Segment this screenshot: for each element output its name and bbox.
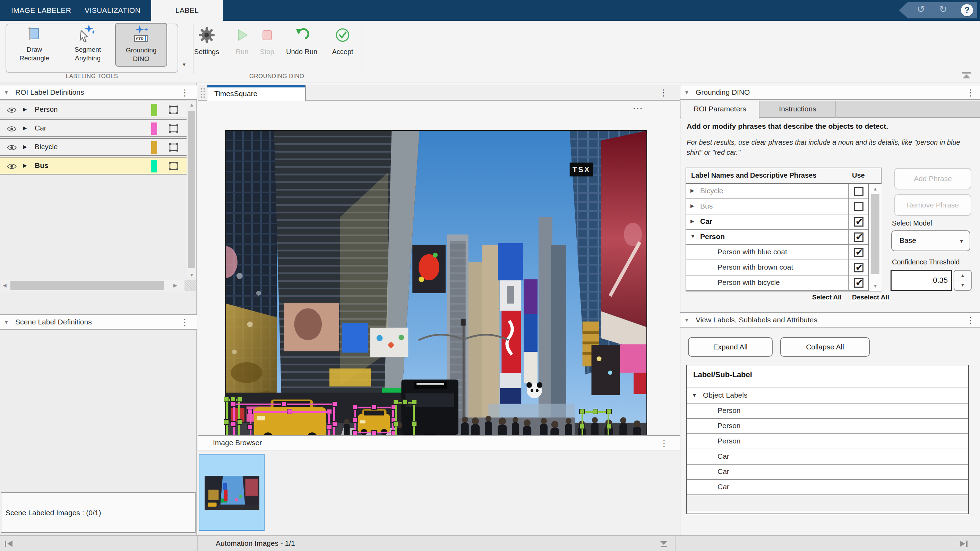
image-canvas[interactable]: ⋯ bbox=[198, 100, 680, 435]
scrollbar-thumb[interactable] bbox=[10, 281, 164, 290]
skip-first-icon[interactable] bbox=[4, 540, 13, 548]
label-row[interactable]: Person bbox=[687, 419, 968, 434]
undo-icon[interactable]: ↺ bbox=[917, 3, 925, 15]
timessquare-photo[interactable]: TSX bbox=[225, 130, 647, 447]
select-all-link[interactable]: Select All bbox=[812, 293, 842, 301]
tab-instructions[interactable]: Instructions bbox=[760, 100, 836, 118]
tab-roi-parameters[interactable]: ROI Parameters bbox=[681, 100, 759, 119]
collapse-all-button[interactable]: Collapse All bbox=[780, 337, 870, 357]
segment-anything-button[interactable]: Segment Anything bbox=[62, 23, 114, 67]
label-row[interactable]: Car bbox=[687, 480, 968, 495]
table-scrollbar[interactable]: ▲ ▼ bbox=[868, 184, 881, 291]
collapse-ribbon-icon[interactable] bbox=[961, 72, 972, 78]
vertical-scrollbar[interactable]: ▲ ▼ bbox=[187, 102, 196, 277]
scrollbar-thumb[interactable] bbox=[871, 194, 880, 274]
use-checkbox[interactable] bbox=[854, 263, 864, 272]
phrase-row-person-blue-coat[interactable]: Person with blue coat bbox=[686, 245, 881, 260]
phrase-row-bicycle[interactable]: ▶ Bicycle bbox=[686, 184, 881, 199]
kebab-menu-icon[interactable]: ⋮ bbox=[966, 315, 973, 326]
label-row[interactable]: Car bbox=[687, 465, 968, 480]
scroll-right-icon[interactable]: ▶ bbox=[173, 282, 177, 288]
car-bbox[interactable] bbox=[355, 407, 394, 433]
model-select[interactable]: Base ▼ bbox=[891, 230, 970, 251]
collapse-caret-icon[interactable]: ▾ bbox=[5, 318, 8, 326]
tab-image-labeler[interactable]: IMAGE LABELER bbox=[5, 0, 77, 21]
kebab-menu-icon[interactable]: ⋮ bbox=[966, 88, 973, 98]
roi-row-car[interactable]: ▶ Car bbox=[0, 119, 186, 137]
roi-rectangle-icon[interactable] bbox=[168, 160, 180, 174]
eye-icon[interactable] bbox=[7, 126, 17, 134]
kebab-menu-icon[interactable]: ⋮ bbox=[180, 317, 187, 328]
roi-row-bicycle[interactable]: ▶ Bicycle bbox=[0, 138, 186, 156]
color-swatch[interactable] bbox=[151, 123, 157, 135]
color-swatch[interactable] bbox=[151, 160, 157, 172]
kebab-menu-icon[interactable]: ⋮ bbox=[659, 88, 666, 98]
expand-icon[interactable]: ▶ bbox=[23, 125, 27, 131]
expand-icon[interactable]: ▶ bbox=[690, 188, 694, 193]
redo-icon[interactable]: ↻ bbox=[939, 3, 947, 15]
eye-icon[interactable] bbox=[7, 144, 17, 152]
undo-run-button[interactable]: Undo Run bbox=[282, 24, 322, 65]
use-checkbox[interactable] bbox=[854, 217, 864, 226]
spinner-down-icon[interactable]: ▼ bbox=[955, 280, 971, 290]
help-button[interactable]: ? bbox=[961, 4, 973, 16]
use-checkbox[interactable] bbox=[854, 233, 864, 242]
tab-timessquare[interactable]: TimesSquare bbox=[207, 84, 306, 100]
scroll-down-icon[interactable]: ▼ bbox=[187, 272, 196, 277]
roi-row-bus[interactable]: ▶ Bus bbox=[0, 157, 186, 175]
phrase-row-person-brown-coat[interactable]: Person with brown coat bbox=[686, 260, 881, 276]
collapse-caret-icon[interactable]: ▾ bbox=[685, 89, 688, 96]
use-checkbox[interactable] bbox=[854, 278, 864, 288]
roi-rectangle-icon[interactable] bbox=[168, 104, 180, 117]
eye-icon[interactable] bbox=[7, 107, 17, 115]
deselect-all-link[interactable]: Deselect All bbox=[852, 293, 889, 301]
expand-icon[interactable]: ▶ bbox=[23, 162, 27, 169]
expand-icon[interactable]: ▶ bbox=[23, 144, 27, 150]
expand-icon[interactable]: ▶ bbox=[690, 218, 694, 224]
color-swatch[interactable] bbox=[151, 104, 157, 116]
roi-rectangle-icon[interactable] bbox=[168, 142, 180, 155]
collapse-icon[interactable]: ▼ bbox=[692, 392, 697, 398]
accept-button[interactable]: Accept bbox=[327, 24, 359, 65]
expand-all-button[interactable]: Expand All bbox=[688, 337, 773, 357]
use-checkbox[interactable] bbox=[854, 248, 864, 257]
phrase-row-car[interactable]: ▶ Car bbox=[686, 215, 881, 230]
phrase-row-person-bicycle[interactable]: Person with bicycle bbox=[686, 276, 881, 291]
roi-rectangle-icon[interactable] bbox=[168, 123, 180, 136]
kebab-menu-icon[interactable]: ⋮ bbox=[660, 438, 667, 449]
horizontal-scrollbar[interactable]: ◀ ▶ bbox=[2, 280, 196, 291]
grounding-dino-button[interactable]: STR Grounding DINO bbox=[115, 23, 167, 67]
use-checkbox[interactable] bbox=[854, 202, 864, 211]
scroll-up-icon[interactable]: ▲ bbox=[187, 102, 196, 108]
expand-icon[interactable]: ▶ bbox=[690, 203, 694, 209]
tab-grip-icon[interactable] bbox=[200, 88, 205, 98]
scroll-down-icon[interactable]: ▼ bbox=[869, 283, 881, 289]
color-swatch[interactable] bbox=[151, 141, 157, 154]
use-checkbox[interactable] bbox=[854, 187, 864, 196]
roi-row-person[interactable]: ▶ Person bbox=[0, 100, 186, 118]
spinner-up-icon[interactable]: ▲ bbox=[955, 271, 971, 280]
collapse-caret-icon[interactable]: ▾ bbox=[5, 89, 8, 96]
draw-rectangle-button[interactable]: Draw Rectangle bbox=[8, 23, 60, 67]
eye-icon[interactable] bbox=[7, 163, 17, 171]
image-thumbnail-selected[interactable] bbox=[199, 454, 265, 531]
skip-last-icon[interactable] bbox=[959, 540, 968, 548]
phrase-row-person[interactable]: ▼ Person bbox=[686, 230, 881, 245]
scroll-up-icon[interactable]: ▲ bbox=[869, 186, 881, 191]
confidence-input[interactable] bbox=[892, 271, 951, 290]
scrollbar-thumb[interactable] bbox=[188, 111, 195, 268]
label-row[interactable]: Person bbox=[687, 434, 968, 449]
expand-icon[interactable]: ▶ bbox=[23, 106, 27, 112]
kebab-menu-icon[interactable]: ⋮ bbox=[180, 88, 187, 98]
collapse-caret-icon[interactable]: ▾ bbox=[685, 317, 688, 324]
overflow-menu-icon[interactable]: ⋯ bbox=[633, 102, 644, 114]
tab-label[interactable]: LABEL bbox=[151, 0, 223, 21]
settings-button[interactable]: Settings bbox=[190, 24, 223, 65]
scroll-left-icon[interactable]: ◀ bbox=[3, 282, 6, 288]
tab-visualization[interactable]: VISUALIZATION bbox=[78, 0, 147, 21]
label-row[interactable]: Person bbox=[687, 403, 968, 419]
dock-down-icon[interactable] bbox=[659, 540, 668, 548]
label-row[interactable]: Car bbox=[687, 449, 968, 465]
phrase-row-bus[interactable]: ▶ Bus bbox=[686, 199, 881, 215]
collapse-icon[interactable]: ▼ bbox=[690, 234, 695, 239]
